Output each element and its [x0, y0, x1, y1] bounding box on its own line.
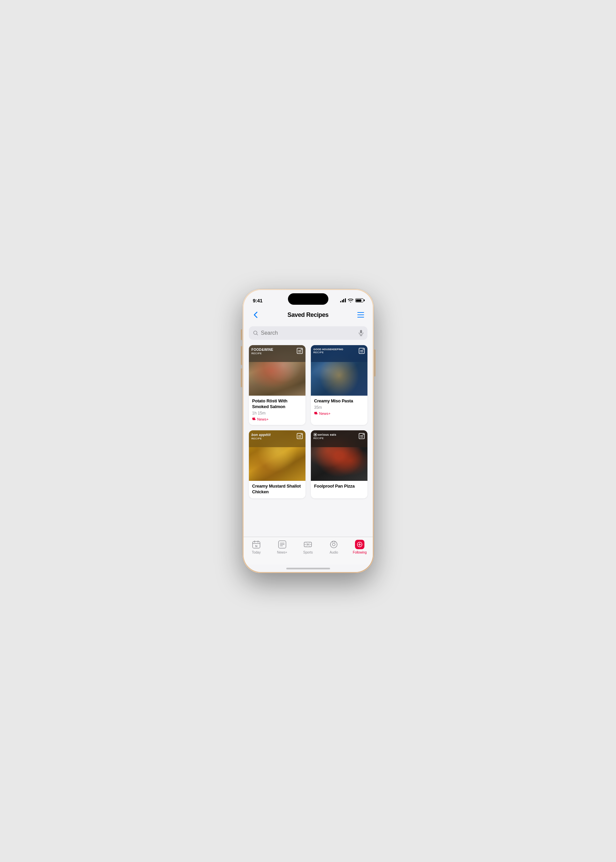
source-name: bon appétit [251, 433, 271, 437]
svg-rect-2 [357, 317, 364, 317]
newsplus-icon [278, 540, 287, 549]
source-info: GOOD HOUSEKEEPING RECIPE [314, 348, 344, 353]
svg-point-40 [330, 541, 337, 548]
dynamic-island [288, 293, 328, 305]
volume-down-button [241, 368, 242, 387]
tab-newsplus[interactable]: News+ [269, 540, 295, 554]
phone-screen: 9:41 [244, 290, 373, 572]
source-type: RECIPE [251, 437, 271, 440]
recipe-badge: FOOD&WINE RECIPE [249, 345, 305, 356]
microphone-icon[interactable] [359, 330, 363, 336]
home-bar [286, 568, 330, 569]
tab-sports-label: Sports [303, 551, 313, 554]
svg-text:N: N [255, 545, 258, 548]
tab-newsplus-label: News+ [277, 551, 287, 554]
svg-rect-4 [360, 330, 362, 333]
audio-icon [329, 540, 338, 549]
tab-audio[interactable]: Audio [321, 540, 347, 554]
apple-logo-icon [314, 411, 318, 416]
source-info: bon appétit RECIPE [251, 433, 271, 440]
search-input[interactable] [261, 330, 356, 336]
silent-switch [241, 329, 242, 340]
recipe-title: Creamy Mustard Shallot Chicken [252, 484, 302, 495]
source-type: RECIPE [314, 351, 344, 353]
tab-today[interactable]: N Today [244, 540, 269, 554]
tab-following-label: Following [353, 551, 366, 554]
recipe-card-miso-pasta[interactable]: GOOD HOUSEKEEPING RECIPE [311, 345, 368, 425]
source-type: RECIPE [314, 437, 336, 440]
news-plus-text: News+ [257, 417, 269, 421]
recipe-info: Creamy Mustard Shallot Chicken [249, 481, 305, 498]
menu-button[interactable] [355, 309, 366, 320]
svg-rect-0 [357, 312, 364, 313]
source-name: FOOD&WINE [251, 348, 273, 352]
phone-frame: 9:41 [242, 289, 374, 573]
recipe-card-potato-rosti[interactable]: FOOD&WINE RECIPE [249, 345, 305, 425]
today-icon: N [251, 540, 261, 549]
tab-following[interactable]: Following [347, 540, 373, 554]
tab-bar: N Today News+ [244, 537, 373, 565]
recipe-badge: GOOD HOUSEKEEPING RECIPE [311, 345, 368, 356]
news-plus-text: News+ [319, 411, 331, 416]
signal-icon [340, 298, 346, 302]
svg-rect-20 [314, 434, 316, 435]
save-icon[interactable] [297, 433, 303, 440]
sports-icon [303, 540, 313, 549]
recipe-image-potato-rosti: FOOD&WINE RECIPE [249, 345, 305, 396]
recipe-info: Creamy Miso Pasta 35m News+ [311, 396, 368, 419]
save-icon[interactable] [359, 348, 365, 355]
recipe-time: 1h 15m [252, 411, 302, 416]
recipe-title: Foolproof Pan Pizza [314, 484, 364, 489]
recipe-title: Potato Rösti With Smoked Salmon [252, 398, 302, 410]
status-icons [340, 298, 363, 302]
source-info: serious eats RECIPE [314, 433, 336, 440]
tab-audio-label: Audio [330, 551, 338, 554]
status-time: 9:41 [253, 298, 263, 303]
wifi-icon [348, 298, 353, 302]
navigation-bar: Saved Recipes [244, 307, 373, 323]
save-icon[interactable] [297, 348, 303, 355]
svg-rect-1 [357, 314, 364, 315]
battery-icon [355, 298, 363, 302]
recipe-card-mustard-chicken[interactable]: bon appétit RECIPE [249, 430, 305, 498]
search-icon [253, 330, 258, 336]
volume-up-button [241, 346, 242, 365]
power-button [374, 350, 376, 377]
recipe-info: Potato Rösti With Smoked Salmon 1h 15m N… [249, 396, 305, 425]
tab-sports[interactable]: Sports [295, 540, 321, 554]
tab-today-label: Today [252, 551, 261, 554]
recipe-badge: serious eats RECIPE [311, 430, 368, 441]
source-type: RECIPE [251, 352, 273, 355]
back-button[interactable] [250, 309, 261, 320]
page-title: Saved Recipes [288, 311, 329, 319]
recipe-image-mustard-chicken: bon appétit RECIPE [249, 430, 305, 481]
svg-point-41 [332, 543, 335, 546]
recipe-badge: bon appétit RECIPE [249, 430, 305, 441]
search-bar[interactable] [249, 326, 368, 340]
recipe-card-pan-pizza[interactable]: serious eats RECIPE [311, 430, 368, 498]
recipe-title: Creamy Miso Pasta [314, 398, 364, 404]
source-info: FOOD&WINE RECIPE [251, 348, 273, 355]
news-plus-badge: News+ [252, 417, 302, 422]
recipe-grid: FOOD&WINE RECIPE [249, 345, 368, 504]
svg-point-37 [307, 544, 308, 545]
source-name: serious eats [314, 433, 336, 437]
source-name: GOOD HOUSEKEEPING [314, 348, 344, 351]
apple-logo-icon [252, 417, 256, 422]
status-bar: 9:41 [244, 290, 373, 307]
save-icon[interactable] [359, 433, 365, 440]
content-scroll[interactable]: FOOD&WINE RECIPE [244, 344, 373, 537]
following-icon [355, 540, 365, 549]
search-container [244, 323, 373, 344]
recipe-time: 35m [314, 405, 364, 410]
recipe-image-pan-pizza: serious eats RECIPE [311, 430, 368, 481]
home-indicator [244, 565, 373, 572]
news-plus-badge: News+ [314, 411, 364, 416]
recipe-info: Foolproof Pan Pizza [311, 481, 368, 493]
recipe-image-miso-pasta: GOOD HOUSEKEEPING RECIPE [311, 345, 368, 396]
